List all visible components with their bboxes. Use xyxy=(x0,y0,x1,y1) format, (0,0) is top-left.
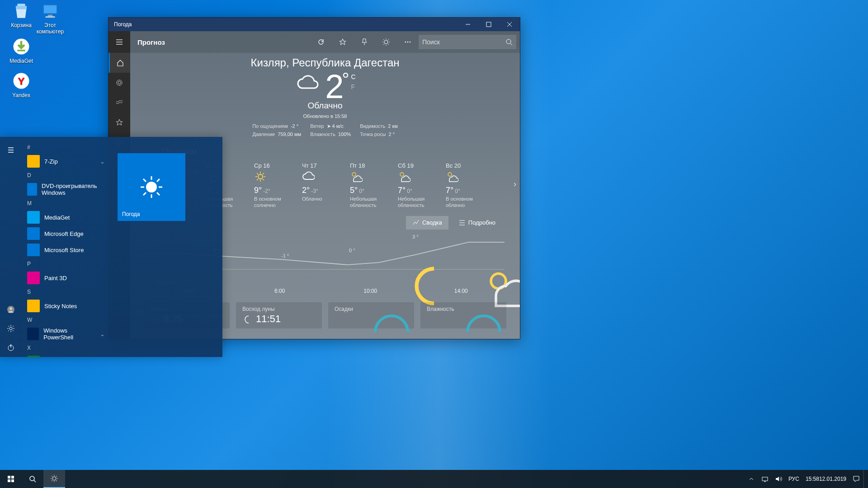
tile-label: Погода xyxy=(122,211,140,217)
unit-celsius[interactable]: C xyxy=(351,72,356,82)
system-tray: РУС 15:5812.01.2019 xyxy=(745,470,868,488)
moonrise-icon xyxy=(242,314,252,324)
favorite-button[interactable] xyxy=(332,31,354,53)
desktop-icon-yandex[interactable]: Y Yandex xyxy=(4,71,38,99)
nav-forecast[interactable] xyxy=(108,53,130,73)
app-group-letter[interactable]: P xyxy=(22,258,110,270)
svg-point-36 xyxy=(30,476,34,481)
weather-stats: По ощущениям -2 °Давление 759,00 мм Вете… xyxy=(130,122,520,138)
location-label: Кизляр, Республика Дагестан xyxy=(130,56,520,69)
svg-rect-6 xyxy=(17,50,25,52)
start-expand-icon[interactable] xyxy=(0,141,22,160)
nav-history[interactable] xyxy=(108,93,130,113)
tray-volume-icon[interactable] xyxy=(772,470,785,488)
current-weather: Кизляр, Республика Дагестан 2° C F Облач… xyxy=(130,53,520,140)
start-button[interactable] xyxy=(0,470,22,488)
start-app-item[interactable]: Microsoft Store xyxy=(22,242,110,258)
app-group-letter[interactable]: M xyxy=(22,197,110,209)
svg-rect-2 xyxy=(44,5,57,14)
app-group-letter[interactable]: X xyxy=(22,342,110,354)
condition-label: Облачно xyxy=(130,101,520,111)
maximize-button[interactable] xyxy=(478,18,499,31)
svg-point-22 xyxy=(352,173,356,176)
theme-button[interactable] xyxy=(375,31,397,53)
svg-point-21 xyxy=(258,174,263,179)
summary-button[interactable]: Сводка xyxy=(406,216,448,230)
show-desktop-button[interactable] xyxy=(863,470,866,488)
nav-favorites[interactable] xyxy=(108,113,130,132)
start-app-item[interactable]: Paint 3D xyxy=(22,270,110,286)
svg-point-18 xyxy=(410,42,411,43)
taskbar-search-button[interactable] xyxy=(22,470,43,488)
start-app-item[interactable]: 7-Zip⌄ xyxy=(22,153,110,169)
user-icon[interactable] xyxy=(0,300,22,319)
search-input[interactable] xyxy=(422,38,505,46)
svg-point-16 xyxy=(405,42,406,43)
svg-text:Y: Y xyxy=(18,75,24,87)
moonrise-card: Восход луны 11:51 xyxy=(236,302,322,328)
start-app-item[interactable]: DVD-проигрыватель Windows xyxy=(22,181,110,197)
app-group-letter[interactable]: W xyxy=(22,314,110,326)
close-button[interactable] xyxy=(499,18,520,31)
app-group-letter[interactable]: # xyxy=(22,141,110,153)
taskbar: РУС 15:5812.01.2019 xyxy=(0,470,868,488)
app-group-letter[interactable]: D xyxy=(22,169,110,181)
svg-point-11 xyxy=(118,81,121,84)
unit-fahrenheit[interactable]: F xyxy=(351,82,356,92)
settings-icon[interactable] xyxy=(0,319,22,338)
tray-network-icon[interactable] xyxy=(759,470,771,488)
nav-maps[interactable] xyxy=(108,73,130,93)
weather-tile[interactable]: Погода xyxy=(118,153,185,221)
hamburger-icon[interactable] xyxy=(108,31,130,53)
topbar-title: Прогноз xyxy=(134,38,310,46)
pc-icon xyxy=(41,1,60,20)
humidity-card: Влажность xyxy=(420,302,506,328)
recycle-bin-icon xyxy=(12,1,31,20)
more-button[interactable] xyxy=(397,31,419,53)
day-forecast[interactable]: Вс 207°0°В основном облачно xyxy=(445,160,493,211)
day-forecast[interactable]: Сб 197°0°Небольшая облачность xyxy=(397,160,445,211)
titlebar[interactable]: Погода xyxy=(108,18,520,31)
start-app-item[interactable]: Xbox xyxy=(22,354,110,357)
svg-point-31 xyxy=(146,182,157,192)
action-center-icon[interactable] xyxy=(850,470,863,488)
desktop-icon-mediaget[interactable]: MediaGet xyxy=(4,37,38,64)
tray-clock[interactable]: 15:5812.01.2019 xyxy=(803,470,849,488)
tray-chevron-icon[interactable] xyxy=(745,470,758,488)
desktop-icon-label: Yandex xyxy=(4,92,38,99)
start-app-item[interactable]: Windows PowerShell⌄ xyxy=(22,326,110,342)
svg-rect-9 xyxy=(486,22,491,27)
power-icon[interactable] xyxy=(0,338,22,357)
desktop-icon-label: Этот компьютер xyxy=(33,22,67,35)
day-forecast[interactable]: Ср 169°-2°В основном солнечно xyxy=(253,160,301,211)
start-tiles: Погода xyxy=(110,137,222,357)
svg-rect-0 xyxy=(17,4,25,6)
mediaget-icon xyxy=(12,37,31,56)
start-menu: #7-Zip⌄DDVD-проигрыватель WindowsMMediaG… xyxy=(0,137,222,357)
start-app-list[interactable]: #7-Zip⌄DDVD-проигрыватель WindowsMMediaG… xyxy=(22,137,110,357)
taskbar-weather-button[interactable] xyxy=(43,470,65,488)
start-app-item[interactable]: Microsoft Edge xyxy=(22,225,110,242)
svg-point-19 xyxy=(506,39,511,44)
details-button[interactable]: Подробно xyxy=(452,216,502,230)
app-group-letter[interactable]: S xyxy=(22,286,110,298)
tray-language[interactable]: РУС xyxy=(786,470,802,488)
search-box[interactable] xyxy=(419,35,516,49)
start-app-item[interactable]: Sticky Notes xyxy=(22,298,110,314)
svg-point-28 xyxy=(9,307,12,310)
desktop-icon-label: MediaGet xyxy=(4,58,38,64)
start-rail xyxy=(0,137,22,357)
minimize-button[interactable] xyxy=(458,18,478,31)
start-app-item[interactable]: MediaGet xyxy=(22,209,110,225)
refresh-button[interactable] xyxy=(310,31,332,53)
days-next-arrow[interactable]: › xyxy=(514,179,516,189)
svg-point-29 xyxy=(9,327,12,330)
day-forecast[interactable]: Пт 185°0°Небольшая облачность xyxy=(349,160,397,211)
day-forecast[interactable]: Чт 172°-3°Облачно xyxy=(301,160,349,211)
svg-point-10 xyxy=(117,80,122,85)
svg-rect-4 xyxy=(46,16,55,18)
pin-button[interactable] xyxy=(354,31,375,53)
window-title: Погода xyxy=(108,21,458,28)
svg-rect-32 xyxy=(8,476,10,479)
desktop-icon-this-pc[interactable]: Этот компьютер xyxy=(33,1,67,35)
